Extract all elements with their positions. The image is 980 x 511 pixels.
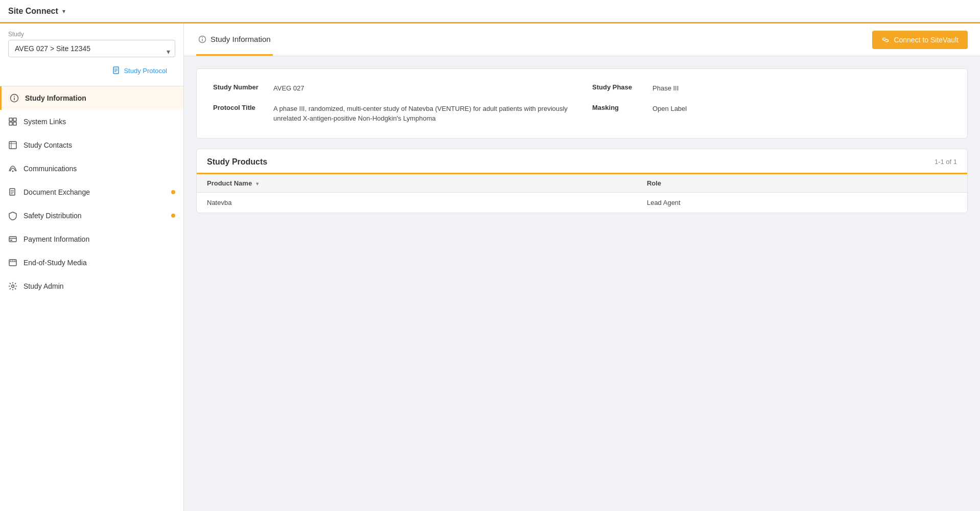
sidebar-item-label: Communications [24,165,77,173]
products-table-body: Natevba Lead Agent [197,192,967,213]
role-cell: Lead Agent [637,192,967,213]
sidebar-item-communications[interactable]: Communications [0,157,183,180]
sidebar-item-document-exchange[interactable]: Document Exchange [0,180,183,204]
tab-study-information[interactable]: Study Information [196,24,273,56]
connect-to-sitevault-button[interactable]: Connect to SiteVault [872,31,968,49]
products-count: 1-1 of 1 [935,158,957,166]
info-icon [10,94,19,103]
contact-icon [8,141,17,150]
svg-rect-9 [9,122,12,125]
app-brand: Site Connect ▾ [8,7,65,16]
products-header: Study Products 1-1 of 1 [197,149,967,174]
study-protocol-label: Study Protocol [124,67,167,75]
protocol-title-value: A phase III, randomized, multi-center st… [273,104,572,124]
sidebar-item-safety-distribution[interactable]: Safety Distribution [0,204,183,227]
study-label: Study [0,24,183,40]
tab-label: Study Information [211,35,271,43]
svg-point-30 [202,37,203,38]
document-icon [112,66,121,75]
study-info-card: Study Number AVEG 027 Study Phase Phase … [196,68,968,138]
svg-rect-7 [9,118,12,121]
brand-name: Site Connect [8,7,58,16]
sidebar-item-label: Document Exchange [24,188,90,196]
link-icon [881,36,890,44]
products-title: Study Products [207,157,267,167]
svg-rect-19 [9,237,16,242]
study-phase-label: Study Phase [592,83,648,91]
protocol-title-row: Protocol Title A phase III, randomized, … [213,104,572,124]
sidebar-item-label: Study Contacts [24,141,72,149]
svg-rect-21 [10,240,12,241]
sidebar-item-study-information[interactable]: Study Information [0,86,183,110]
study-select[interactable]: AVEG 027 > Site 12345 [8,40,175,57]
masking-label: Masking [592,104,648,111]
sidebar-item-label: Study Information [25,94,86,102]
svg-rect-11 [9,142,16,149]
sidebar-item-end-of-study-media[interactable]: End-of-Study Media [0,251,183,274]
info-icon-tab [198,34,206,43]
page-header-tabs: Study Information [196,24,273,56]
column-product-name[interactable]: Product Name ▾ [197,174,637,193]
sidebar-item-system-links[interactable]: System Links [0,110,183,133]
gear-icon [8,282,17,291]
products-table-header-row: Product Name ▾ Role [197,174,967,193]
study-select-wrapper: AVEG 027 > Site 12345 ▾ [0,40,183,63]
document-exchange-badge [171,190,175,194]
sidebar-item-label: End-of-Study Media [24,259,87,267]
payment-icon [8,235,17,244]
svg-point-27 [12,285,14,288]
column-role-label: Role [647,179,661,187]
study-number-row: Study Number AVEG 027 [213,83,572,94]
sidebar-item-label: Safety Distribution [24,212,82,220]
app-header: Site Connect ▾ [0,0,980,24]
main-layout: Study AVEG 027 > Site 12345 ▾ Study Prot… [0,24,980,511]
study-number-value: AVEG 027 [273,83,304,94]
shield-icon [8,211,17,220]
sidebar-item-payment-information[interactable]: Payment Information [0,227,183,251]
sort-icon: ▾ [256,181,259,187]
brand-dropdown-icon[interactable]: ▾ [62,8,65,15]
sidebar-item-label: Study Admin [24,282,64,290]
grid-icon [8,117,17,126]
product-name-cell: Natevba [197,192,637,213]
svg-point-6 [14,96,15,97]
study-number-label: Study Number [213,83,269,91]
page-header: Study Information Connect to SiteVault [184,24,980,56]
document-exchange-icon [8,188,17,197]
study-products-card: Study Products 1-1 of 1 Product Name ▾ R… [196,149,968,213]
content-area: Study Number AVEG 027 Study Phase Phase … [184,56,980,511]
masking-row: Masking Open Label [592,104,951,124]
svg-rect-10 [13,122,16,125]
svg-rect-8 [13,118,16,121]
safety-distribution-badge [171,214,175,218]
media-icon [8,258,17,267]
products-table: Product Name ▾ Role Natevba Lead Agent [197,174,967,213]
sidebar-item-label: Payment Information [24,235,89,243]
table-row: Natevba Lead Agent [197,192,967,213]
column-role: Role [637,174,967,193]
column-product-name-label: Product Name [207,179,252,187]
sidebar-item-study-contacts[interactable]: Study Contacts [0,133,183,157]
study-info-grid: Study Number AVEG 027 Study Phase Phase … [213,83,951,124]
sidebar: Study AVEG 027 > Site 12345 ▾ Study Prot… [0,24,184,511]
sidebar-item-study-admin[interactable]: Study Admin [0,274,183,298]
products-table-head: Product Name ▾ Role [197,174,967,193]
study-phase-value: Phase III [652,83,679,94]
masking-value: Open Label [652,104,687,114]
main-content: Study Information Connect to SiteVault S… [184,24,980,511]
connect-button-label: Connect to SiteVault [894,36,959,44]
study-phase-row: Study Phase Phase III [592,83,951,94]
protocol-title-label: Protocol Title [213,104,269,111]
svg-point-14 [12,171,14,172]
study-protocol-link[interactable]: Study Protocol [104,63,175,80]
signal-icon [8,164,17,173]
sidebar-item-label: System Links [24,118,66,126]
